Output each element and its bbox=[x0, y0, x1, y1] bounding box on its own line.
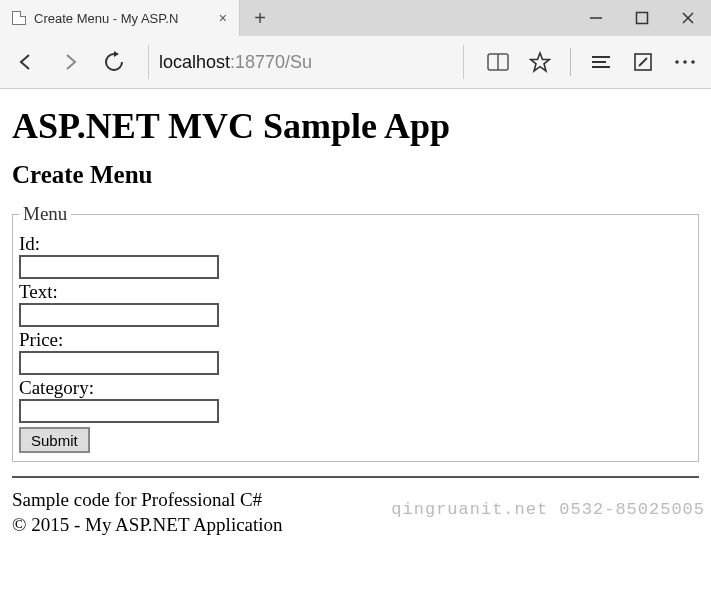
svg-point-10 bbox=[675, 60, 679, 64]
close-window-button[interactable] bbox=[665, 0, 711, 36]
price-input[interactable] bbox=[19, 351, 219, 375]
back-button[interactable] bbox=[10, 46, 42, 78]
hub-icon[interactable] bbox=[585, 46, 617, 78]
address-host: localhost bbox=[159, 52, 230, 73]
address-rest: :18770/Su bbox=[230, 52, 312, 73]
menu-fieldset: Menu Id: Text: Price: Category: Submit bbox=[12, 203, 699, 462]
web-note-icon[interactable] bbox=[627, 46, 659, 78]
category-label: Category: bbox=[19, 377, 688, 399]
toolbar-separator bbox=[570, 48, 571, 76]
page-title: ASP.NET MVC Sample App bbox=[12, 105, 699, 147]
browser-chrome: Create Menu - My ASP.N × + localhost:1 bbox=[0, 0, 711, 89]
address-bar[interactable]: localhost:18770/Su bbox=[148, 45, 464, 79]
page-content: ASP.NET MVC Sample App Create Menu Menu … bbox=[0, 89, 711, 547]
tab-title: Create Menu - My ASP.N bbox=[34, 11, 211, 26]
window-controls bbox=[573, 0, 711, 36]
favorites-icon[interactable] bbox=[524, 46, 556, 78]
category-input[interactable] bbox=[19, 399, 219, 423]
reading-view-icon[interactable] bbox=[482, 46, 514, 78]
toolbar: localhost:18770/Su bbox=[0, 36, 711, 88]
maximize-button[interactable] bbox=[619, 0, 665, 36]
price-label: Price: bbox=[19, 329, 688, 351]
fieldset-legend: Menu bbox=[19, 203, 71, 225]
more-icon[interactable] bbox=[669, 46, 701, 78]
svg-point-12 bbox=[691, 60, 695, 64]
page-icon bbox=[12, 11, 26, 25]
footer-line-2: © 2015 - My ASP.NET Application bbox=[12, 513, 699, 538]
titlebar: Create Menu - My ASP.N × + bbox=[0, 0, 711, 36]
page-subtitle: Create Menu bbox=[12, 161, 699, 189]
new-tab-button[interactable]: + bbox=[240, 0, 280, 36]
footer-separator bbox=[12, 476, 699, 478]
footer-line-1: Sample code for Professional C# bbox=[12, 488, 699, 513]
submit-button[interactable]: Submit bbox=[19, 427, 90, 453]
browser-tab[interactable]: Create Menu - My ASP.N × bbox=[0, 0, 240, 36]
minimize-button[interactable] bbox=[573, 0, 619, 36]
id-label: Id: bbox=[19, 233, 688, 255]
svg-rect-1 bbox=[637, 13, 648, 24]
refresh-button[interactable] bbox=[98, 46, 130, 78]
text-input[interactable] bbox=[19, 303, 219, 327]
id-input[interactable] bbox=[19, 255, 219, 279]
forward-button[interactable] bbox=[54, 46, 86, 78]
svg-point-11 bbox=[683, 60, 687, 64]
text-label: Text: bbox=[19, 281, 688, 303]
close-tab-icon[interactable]: × bbox=[219, 10, 227, 26]
